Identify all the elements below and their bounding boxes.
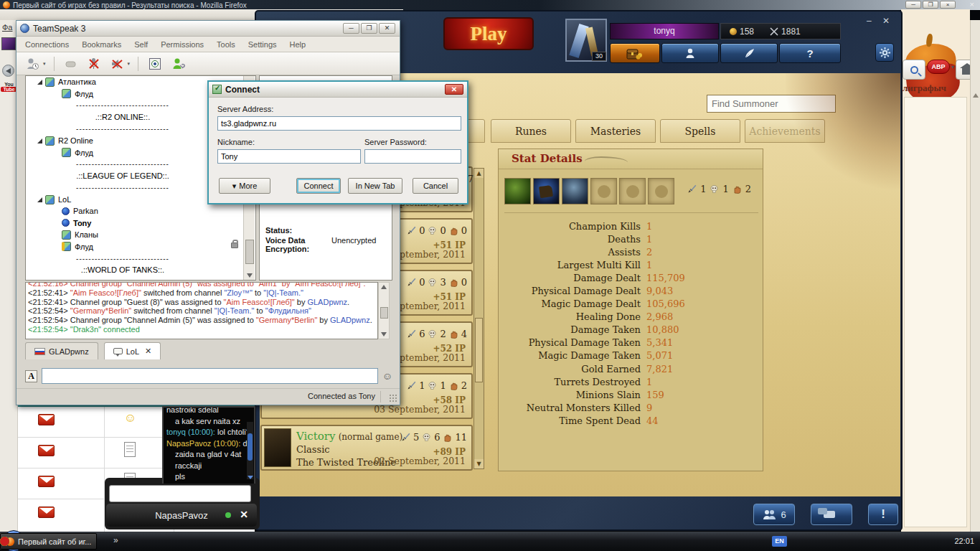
- menu-item[interactable]: Bookmarks: [82, 40, 121, 49]
- resize-grip[interactable]: [388, 393, 397, 402]
- item-slot[interactable]: [619, 178, 646, 204]
- page-scrollbar[interactable]: [970, 20, 980, 532]
- profile-tab[interactable]: Spells: [660, 119, 740, 143]
- emoticon-icon[interactable]: ☺: [382, 370, 392, 382]
- item-slot[interactable]: [504, 178, 531, 204]
- mute-speakers-icon[interactable]: [108, 55, 126, 72]
- friends-button[interactable]: 6: [753, 504, 795, 525]
- help-button[interactable]: ?: [779, 43, 841, 63]
- scroll-up-icon[interactable]: ▲: [474, 169, 484, 178]
- close-icon[interactable]: ×: [940, 1, 956, 9]
- server-address-input[interactable]: [217, 116, 461, 131]
- menu-item[interactable]: Tools: [217, 40, 235, 49]
- chevron-down-icon[interactable]: ▾: [43, 61, 46, 67]
- scrollbar-thumb[interactable]: [245, 240, 254, 264]
- dialog-titlebar[interactable]: Connect ✕: [209, 82, 467, 98]
- close-icon[interactable]: ✕: [240, 509, 248, 520]
- expander-icon[interactable]: [37, 138, 42, 143]
- search-button[interactable]: [903, 60, 925, 80]
- scrollbar-thumb[interactable]: [380, 307, 388, 319]
- chat-log-button[interactable]: [720, 43, 778, 63]
- chat-log-scrollbar[interactable]: [378, 282, 390, 339]
- cancel-button[interactable]: Cancel: [413, 178, 458, 194]
- messenger-scrollbar[interactable]: [247, 422, 253, 479]
- find-summoner-input[interactable]: [707, 95, 836, 113]
- menu-item[interactable]: Permissions: [161, 40, 204, 49]
- scroll-up-icon[interactable]: [381, 285, 387, 289]
- scroll-down-icon[interactable]: ▼: [474, 459, 484, 468]
- more-button[interactable]: ▾More: [219, 178, 270, 194]
- scroll-down-icon[interactable]: [381, 332, 387, 336]
- menu-item[interactable]: Self: [134, 40, 148, 49]
- thumbnail-image[interactable]: [1, 37, 16, 50]
- match-entry[interactable]: Victory (normal game) Classic The Twiste…: [260, 425, 473, 471]
- scroll-down-icon[interactable]: [248, 476, 253, 479]
- tab-server[interactable]: GLADpwnz: [25, 342, 98, 359]
- chat-rooms-button[interactable]: [811, 504, 852, 525]
- language-indicator[interactable]: EN: [772, 536, 787, 547]
- profile-button[interactable]: [661, 43, 719, 63]
- close-tab-icon[interactable]: ✕: [145, 347, 151, 356]
- match-list-scrollbar[interactable]: ▲ ▼: [473, 168, 484, 469]
- menu-item[interactable]: Help: [290, 40, 306, 49]
- tree-item[interactable]: Флуд: [26, 240, 255, 252]
- subscribe-channels-icon[interactable]: [146, 55, 164, 72]
- taskbar-clock[interactable]: 22:01: [954, 537, 974, 545]
- chevron-down-icon[interactable]: ▾: [128, 61, 131, 67]
- overflow-chevron-icon[interactable]: »: [113, 535, 118, 545]
- close-icon[interactable]: ✕: [882, 16, 890, 26]
- teamspeak-titlebar[interactable]: TeamSpeak 3 ─ ❐ ✕: [17, 21, 400, 37]
- expander-icon[interactable]: [37, 80, 42, 85]
- tree-item[interactable]: .::WORLD OF TANKS::.: [26, 264, 255, 276]
- tree-item[interactable]: Кланы: [26, 229, 255, 240]
- maximize-icon[interactable]: ❐: [361, 23, 377, 34]
- store-button[interactable]: [610, 43, 660, 63]
- close-icon[interactable]: ×: [970, 0, 974, 9]
- tab-channel[interactable]: LoL ✕: [104, 342, 161, 359]
- minimize-icon[interactable]: ─: [343, 23, 359, 34]
- item-slot[interactable]: [590, 178, 617, 204]
- antivirus-icon[interactable]: [0, 537, 9, 546]
- minimize-icon[interactable]: ─: [905, 1, 921, 9]
- scroll-up-icon[interactable]: [973, 93, 979, 98]
- away-status-icon[interactable]: [24, 55, 41, 72]
- scrollbar-thumb[interactable]: [248, 433, 253, 461]
- identities-icon[interactable]: [169, 55, 187, 72]
- tree-item[interactable]: Tony: [26, 217, 255, 229]
- notifications-button[interactable]: !: [868, 504, 898, 525]
- summoner-name[interactable]: tonyq: [610, 23, 719, 39]
- nickname-input[interactable]: [217, 149, 361, 164]
- taskbar-button[interactable]: Первый сайт об иг...: [0, 533, 97, 550]
- server-chat-log[interactable]: <21:52:16> Channel group "Channel Admin …: [25, 282, 378, 339]
- menu-item[interactable]: Settings: [248, 40, 277, 49]
- minimize-icon[interactable]: –: [867, 16, 872, 26]
- item-slot[interactable]: [648, 178, 674, 204]
- scrollbar-thumb[interactable]: [475, 318, 483, 382]
- settings-button[interactable]: [875, 43, 894, 62]
- connect-button[interactable]: Connect: [296, 178, 341, 194]
- adblock-button[interactable]: ABP: [927, 60, 950, 74]
- profile-tab[interactable]: Masteries: [575, 119, 656, 143]
- item-slot[interactable]: [533, 178, 560, 204]
- firefox-titlebar[interactable]: Первый сайт об играх без правил - Резуль…: [0, 0, 980, 10]
- back-icon[interactable]: [2, 65, 14, 77]
- profile-tab[interactable]: Runes: [491, 119, 571, 143]
- chevron-down-icon[interactable]: ▾: [951, 64, 954, 70]
- menu-item[interactable]: Connections: [25, 40, 69, 49]
- messenger-chat-area[interactable]: nastroiki sdelala kak serv naita xztonyq…: [162, 406, 255, 484]
- mute-microphone-icon[interactable]: [85, 55, 103, 72]
- item-slot[interactable]: [562, 178, 588, 204]
- profile-tab[interactable]: Achievements: [745, 119, 825, 143]
- expander-icon[interactable]: [37, 197, 42, 202]
- play-button[interactable]: Play: [443, 17, 534, 50]
- firefox-menu-partial[interactable]: Фа: [2, 23, 12, 32]
- tree-item[interactable]: ------------------------------: [26, 253, 255, 264]
- close-icon[interactable]: ✕: [379, 23, 395, 34]
- messenger-message-input[interactable]: [109, 485, 251, 502]
- tree-item[interactable]: Parkan: [26, 205, 255, 217]
- restore-icon[interactable]: ❐: [923, 1, 938, 9]
- scroll-down-icon[interactable]: [247, 273, 253, 278]
- capture-device-icon[interactable]: [62, 55, 80, 72]
- youtube-logo[interactable]: YouTube: [1, 82, 17, 92]
- chat-message-input[interactable]: [42, 368, 378, 384]
